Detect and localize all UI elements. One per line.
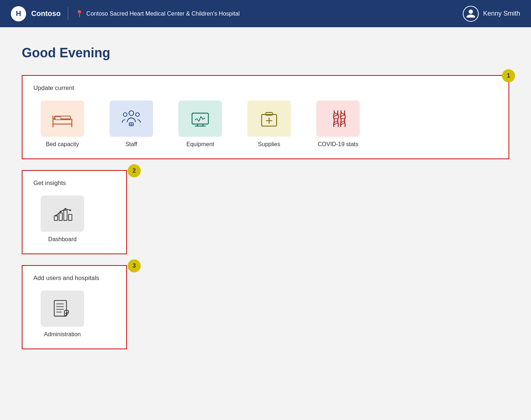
svg-point-37 <box>65 208 66 210</box>
get-insights-label: Get insights <box>33 180 115 187</box>
equipment-label: Equipment <box>186 141 214 148</box>
bed-capacity-icon-box <box>41 100 84 137</box>
card-staff[interactable]: Staff <box>102 100 160 148</box>
svg-rect-34 <box>69 214 72 221</box>
dashboard-icon-box <box>41 195 84 232</box>
app-logo: H <box>11 6 26 21</box>
svg-line-22 <box>334 115 338 117</box>
svg-point-8 <box>136 113 139 116</box>
svg-rect-2 <box>55 117 61 120</box>
page-title: Good Evening <box>22 45 509 61</box>
svg-point-38 <box>69 209 71 211</box>
location-text: Contoso Sacred Heart Medical Center & Ch… <box>86 11 240 17</box>
staff-label: Staff <box>125 141 137 148</box>
svg-line-30 <box>341 123 345 125</box>
add-users-section: 3 Add users and hospitals <box>22 265 127 349</box>
covid-icon-box <box>316 100 360 137</box>
section-badge-1: 1 <box>502 69 515 82</box>
card-bed-capacity[interactable]: Bed capacity <box>33 100 91 148</box>
section-badge-2: 2 <box>128 164 141 177</box>
administration-icon-box <box>41 291 84 327</box>
supplies-label: Supplies <box>258 141 280 148</box>
svg-point-7 <box>123 113 127 116</box>
supplies-icon <box>258 108 280 129</box>
staff-icon <box>120 108 142 129</box>
card-equipment[interactable]: Equipment <box>171 100 229 148</box>
covid-label: COVID-19 stats <box>318 141 358 148</box>
administration-icon <box>52 298 73 320</box>
equipment-icon <box>189 108 211 129</box>
supplies-icon-box <box>247 100 291 137</box>
brand-name: Contoso <box>31 9 61 18</box>
section-badge-3: 3 <box>128 259 141 272</box>
location-info: 📍 Contoso Sacred Heart Medical Center & … <box>75 10 463 18</box>
svg-point-6 <box>129 111 133 115</box>
card-covid[interactable]: COVID-19 stats <box>309 100 367 148</box>
svg-point-35 <box>55 215 57 217</box>
staff-icon-box <box>110 100 153 137</box>
user-profile[interactable]: Kenny Smith <box>463 6 520 22</box>
add-users-label: Add users and hospitals <box>33 275 115 282</box>
svg-point-36 <box>60 211 62 213</box>
dashboard-icon <box>52 203 73 225</box>
covid-icon <box>327 108 349 129</box>
update-current-section: 1 Update current Bed capacity <box>22 75 509 159</box>
header-divider <box>68 7 68 20</box>
dashboard-label: Dashboard <box>48 236 77 243</box>
location-icon: 📍 <box>75 10 83 18</box>
update-current-cards: Bed capacity <box>33 100 498 148</box>
insights-cards: Dashboard <box>33 195 115 243</box>
avatar <box>463 6 479 22</box>
card-dashboard[interactable]: Dashboard <box>33 195 91 243</box>
get-insights-section: 2 Get insights <box>22 170 127 254</box>
user-name: Kenny Smith <box>483 10 520 17</box>
svg-line-27 <box>341 115 345 117</box>
card-administration[interactable]: Administration <box>33 291 91 338</box>
svg-rect-33 <box>64 210 67 221</box>
admin-cards: Administration <box>33 291 115 338</box>
svg-line-25 <box>334 123 338 125</box>
main-content: Good Evening 1 Update current Bed capac <box>0 27 531 378</box>
bed-icon <box>52 108 73 129</box>
card-supplies[interactable]: Supplies <box>240 100 298 148</box>
equipment-icon-box <box>178 100 222 137</box>
app-header: H Contoso 📍 Contoso Sacred Heart Medical… <box>0 0 531 27</box>
bed-capacity-label: Bed capacity <box>46 141 79 148</box>
administration-label: Administration <box>44 331 81 338</box>
svg-rect-32 <box>59 213 62 221</box>
update-current-label: Update current <box>33 85 498 92</box>
